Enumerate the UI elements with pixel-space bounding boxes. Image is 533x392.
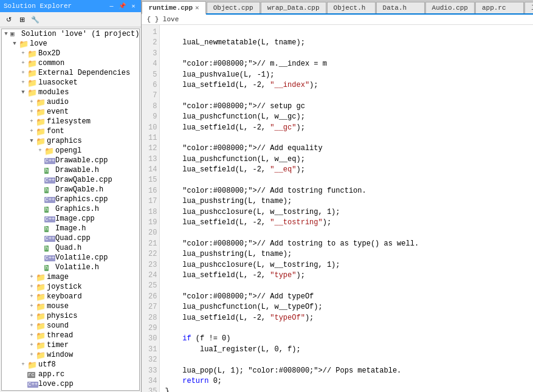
expander-app.rc[interactable]	[19, 370, 27, 379]
tree-item-sound[interactable]: +📁sound	[2, 321, 139, 331]
tree-item-love.ico[interactable]: 🖼love.ico	[2, 389, 139, 391]
tab-Audio_cpp[interactable]: Audio.cpp	[425, 2, 475, 13]
refresh-button[interactable]: ↺	[2, 13, 15, 26]
expander-love.ico[interactable]	[19, 390, 27, 391]
tree-item-Box2D[interactable]: +📁Box2D	[2, 49, 139, 58]
tree-item-solution[interactable]: ▼▣Solution 'love' (1 project)	[2, 29, 139, 39]
minimize-button[interactable]: —	[107, 2, 115, 10]
code-view[interactable]: luaL_newmetatable(L, tname); "color:#008…	[160, 25, 533, 392]
tree-item-joystick[interactable]: +📁joystick	[2, 282, 139, 292]
tree-item-DrawQable.h[interactable]: hDrawQable.h	[2, 185, 139, 194]
tree-item-image[interactable]: +📁image	[2, 272, 139, 282]
expander-common[interactable]: +	[19, 59, 27, 67]
tab-wrap_Data_cpp[interactable]: wrap_Data.cpp	[261, 2, 326, 13]
tree-item-utf8[interactable]: +📁utf8	[2, 360, 139, 370]
icon-Box2D: 📁	[27, 49, 37, 58]
solution-explorer-panel: Solution Explorer — 📌 ✕ ↺ ⊞ 🔧 ▼▣Solution…	[0, 0, 142, 392]
expander-filesystem[interactable]: +	[27, 117, 36, 126]
expander-Volatile.cpp[interactable]	[36, 253, 44, 262]
expander-DrawQable.cpp[interactable]	[36, 176, 44, 184]
expander-Image.cpp[interactable]	[36, 215, 44, 223]
expander-audio[interactable]: +	[27, 98, 36, 106]
icon-Graphics.cpp: C++	[44, 195, 54, 204]
tab-Data_h[interactable]: Data.h	[376, 2, 425, 13]
show-all-files-button[interactable]: ⊞	[16, 13, 28, 26]
tree-item-Graphics.cpp[interactable]: C++Graphics.cpp	[2, 194, 139, 204]
tab-app_rc[interactable]: app.rc	[475, 2, 524, 13]
expander-opengl[interactable]: +	[36, 146, 44, 155]
tab-close-button[interactable]: ✕	[195, 4, 199, 12]
expander-mouse[interactable]: +	[27, 302, 36, 311]
tree-item-Drawable.cpp[interactable]: C++Drawable.cpp	[2, 156, 139, 165]
pin-button[interactable]: 📌	[118, 2, 126, 10]
tree-item-Volatile.cpp[interactable]: C++Volatile.cpp	[2, 253, 139, 263]
tab-Object_cpp[interactable]: Object.cpp	[207, 2, 260, 13]
expander-timer[interactable]: +	[27, 341, 36, 349]
close-button[interactable]: ✕	[129, 2, 137, 10]
label-Graphics.cpp: Graphics.cpp	[55, 195, 108, 204]
tab-love_cpp[interactable]: love.cpp	[524, 2, 533, 13]
expander-Drawable.h[interactable]	[36, 166, 44, 174]
expander-ExtDeps[interactable]: +	[19, 69, 27, 77]
expander-Box2D[interactable]: +	[19, 49, 27, 58]
expander-luasocket[interactable]: +	[19, 78, 27, 87]
expander-keyboard[interactable]: +	[27, 292, 36, 301]
tab-runtime_cpp[interactable]: runtime.cpp✕	[142, 1, 205, 15]
tree-item-Graphics.h[interactable]: hGraphics.h	[2, 204, 139, 214]
expander-modules[interactable]: ▼	[19, 88, 27, 97]
expander-physics[interactable]: +	[27, 312, 36, 320]
tree-item-physics[interactable]: +📁physics	[2, 311, 139, 321]
tree-item-timer[interactable]: +📁timer	[2, 340, 139, 350]
expander-solution[interactable]: ▼	[2, 30, 10, 38]
expander-DrawQable.h[interactable]	[36, 185, 44, 194]
expander-thread[interactable]: +	[27, 331, 36, 340]
tree-item-ExtDeps[interactable]: +📁External Dependencies	[2, 68, 139, 78]
expander-love.cpp[interactable]	[19, 380, 27, 388]
tree-item-love[interactable]: ▼📁love	[2, 39, 139, 49]
tree-item-Image.cpp[interactable]: C++Image.cpp	[2, 214, 139, 224]
expander-joystick[interactable]: +	[27, 283, 36, 291]
expander-Image.h[interactable]	[36, 224, 44, 233]
expander-utf8[interactable]: +	[19, 360, 27, 369]
expander-window[interactable]: +	[27, 351, 36, 359]
tree-item-Quad.cpp[interactable]: C++Quad.cpp	[2, 233, 139, 243]
tree-item-Drawable.h[interactable]: hDrawable.h	[2, 165, 139, 175]
tree-item-filesystem[interactable]: +📁filesystem	[2, 117, 139, 126]
expander-graphics[interactable]: ▼	[27, 137, 36, 145]
tree-item-event[interactable]: +📁event	[2, 107, 139, 117]
tree-item-opengl[interactable]: +📁opengl	[2, 146, 139, 156]
tree-item-audio[interactable]: +📁audio	[2, 97, 139, 107]
expander-Volatile.h[interactable]	[36, 263, 44, 272]
expander-event[interactable]: +	[27, 108, 36, 116]
tree-item-font[interactable]: +📁font	[2, 126, 139, 136]
tree-item-modules[interactable]: ▼📁modules	[2, 88, 139, 97]
tree-item-graphics[interactable]: ▼📁graphics	[2, 136, 139, 146]
tree-item-mouse[interactable]: +📁mouse	[2, 301, 139, 311]
tree-item-keyboard[interactable]: +📁keyboard	[2, 292, 139, 301]
expander-image[interactable]: +	[27, 273, 36, 281]
label-keyboard: keyboard	[47, 292, 82, 301]
tree-item-Quad.h[interactable]: hQuad.h	[2, 243, 139, 253]
expander-font[interactable]: +	[27, 127, 36, 136]
tree-item-thread[interactable]: +📁thread	[2, 331, 139, 340]
expander-Graphics.cpp[interactable]	[36, 195, 44, 204]
tree-item-luasocket[interactable]: +📁luasocket	[2, 78, 139, 88]
tab-label: Object.cpp	[213, 4, 253, 12]
tree-item-window[interactable]: +📁window	[2, 350, 139, 360]
tree-item-love.cpp[interactable]: C++love.cpp	[2, 379, 139, 389]
icon-ExtDeps: 📁	[27, 69, 37, 77]
tree-item-app.rc[interactable]: rcapp.rc	[2, 370, 139, 379]
expander-Quad.cpp[interactable]	[36, 234, 44, 242]
expander-love[interactable]: ▼	[10, 40, 19, 48]
expander-Quad.h[interactable]	[36, 244, 44, 252]
expander-sound[interactable]: +	[27, 322, 36, 330]
tree-item-DrawQable.cpp[interactable]: C++DrawQable.cpp	[2, 175, 139, 185]
label-joystick: joystick	[47, 283, 82, 291]
properties-button[interactable]: 🔧	[29, 13, 41, 26]
tree-item-Image.h[interactable]: hImage.h	[2, 224, 139, 233]
tree-item-common[interactable]: +📁common	[2, 58, 139, 68]
expander-Drawable.cpp[interactable]	[36, 156, 44, 165]
expander-Graphics.h[interactable]	[36, 205, 44, 213]
tab-Object_h[interactable]: Object.h	[327, 2, 376, 13]
tree-item-Volatile.h[interactable]: hVolatile.h	[2, 263, 139, 272]
